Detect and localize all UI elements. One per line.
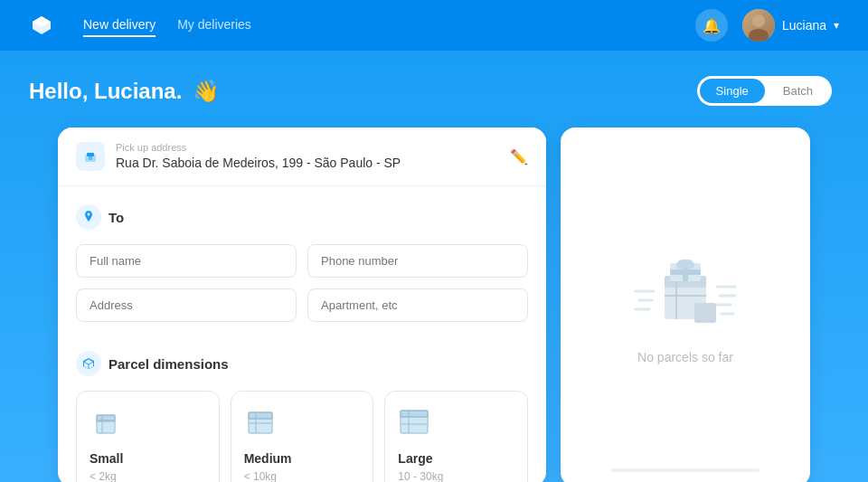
pickup-address: Rua Dr. Saboia de Medeiros, 199 - São Pa… — [116, 156, 401, 170]
user-menu[interactable]: Luciana ▾ — [742, 9, 839, 42]
pickup-label: Pick up address — [116, 142, 401, 153]
address-apartment-row — [76, 288, 528, 322]
greeting-row: Hello, Luciana. 👋 Single Batch — [29, 76, 839, 106]
no-parcels-illustration — [627, 250, 744, 350]
parcel-section-icon — [76, 351, 101, 376]
small-package-icon — [90, 406, 122, 439]
to-label-text: To — [108, 210, 124, 225]
nav-tab-my-deliveries[interactable]: My deliveries — [177, 14, 251, 37]
parcel-dimensions-label: Parcel dimensions — [108, 356, 229, 372]
large-card-weight: 10 - 30kg — [398, 470, 443, 482]
medium-package-icon — [244, 406, 277, 439]
pickup-section: Pick up address Rua Dr. Saboia de Medeir… — [58, 128, 546, 186]
name-phone-row — [76, 244, 528, 278]
small-card-name: Small — [90, 451, 206, 466]
header-right: 🔔 Luciana ▾ — [695, 9, 839, 42]
svg-rect-8 — [249, 412, 272, 419]
main-nav: New delivery My deliveries — [83, 14, 251, 37]
small-card-weight: < 2kg — [90, 470, 117, 482]
location-pin-icon — [76, 204, 101, 230]
parcels-summary-card: No parcels so far — [561, 128, 810, 482]
svg-rect-12 — [401, 411, 428, 417]
phone-input[interactable] — [307, 244, 528, 278]
address-input[interactable] — [76, 288, 297, 322]
wave-emoji: 👋 — [193, 79, 220, 104]
notifications-button[interactable]: 🔔 — [695, 9, 728, 42]
header: New delivery My deliveries 🔔 Luciana ▾ — [0, 0, 868, 51]
svg-rect-28 — [670, 269, 701, 275]
medium-card-name: Medium — [244, 451, 361, 466]
edit-icon[interactable]: ✏️ — [510, 148, 528, 165]
app-logo — [29, 13, 54, 38]
apartment-input[interactable] — [307, 288, 528, 322]
svg-rect-4 — [97, 415, 115, 421]
hero-section: Hello, Luciana. 👋 Single Batch Pick up — [0, 51, 868, 482]
pickup-info: Pick up address Rua Dr. Saboia de Medeir… — [116, 142, 401, 171]
large-card-name: Large — [398, 451, 514, 466]
main-content: Pick up address Rua Dr. Saboia de Medeir… — [29, 128, 839, 482]
svg-rect-2 — [89, 156, 92, 160]
delivery-form-card: Pick up address Rua Dr. Saboia de Medeir… — [58, 128, 546, 482]
to-label-row: To — [76, 204, 528, 230]
medium-card-weight: < 10kg — [244, 470, 277, 482]
single-mode-button[interactable]: Single — [700, 79, 765, 103]
full-name-input[interactable] — [76, 244, 297, 278]
greeting-text: Hello, Luciana. — [29, 79, 182, 104]
pickup-icon — [76, 142, 105, 171]
bell-icon: 🔔 — [703, 17, 721, 34]
parcel-card-large[interactable]: Large 10 - 30kg — [384, 391, 528, 482]
parcel-card-medium[interactable]: Medium < 10kg — [231, 391, 374, 482]
mode-toggle: Single Batch — [697, 76, 832, 106]
avatar — [742, 9, 775, 42]
parcel-card-small[interactable]: Small < 2kg — [76, 391, 220, 482]
svg-rect-31 — [694, 303, 716, 323]
batch-mode-button[interactable]: Batch — [767, 79, 829, 103]
no-parcels-label: No parcels so far — [637, 350, 733, 364]
parcel-label-row: Parcel dimensions — [76, 351, 528, 376]
nav-tab-new-delivery[interactable]: New delivery — [83, 14, 156, 37]
parcel-cards-container: Small < 2kg Medium < 10kg — [76, 391, 528, 482]
svg-rect-1 — [87, 153, 94, 156]
scroll-indicator — [610, 468, 760, 472]
large-package-icon — [398, 406, 430, 439]
to-form-section: To — [58, 186, 546, 351]
user-name-label: Luciana — [782, 18, 826, 33]
parcel-section: Parcel dimensions Small < 2kg — [58, 351, 546, 482]
chevron-down-icon: ▾ — [834, 19, 839, 32]
